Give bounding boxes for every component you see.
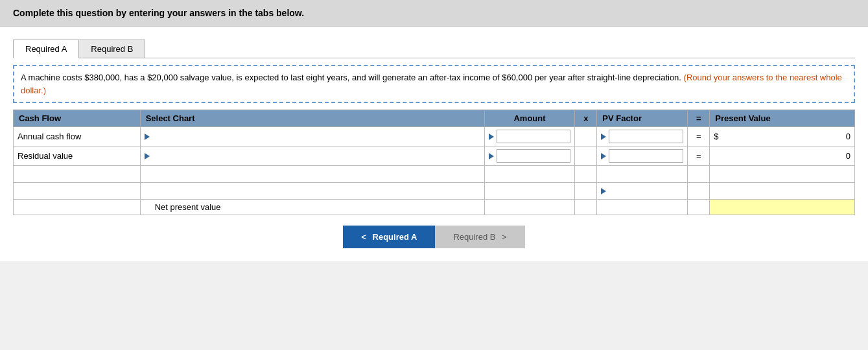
col-header-selectchart: Select Chart [140,110,484,127]
amount-cell-residual [484,146,575,166]
chevron-left-icon: < [361,232,366,242]
selectchart-empty-1 [140,166,484,183]
amount-cell-annual [484,127,575,146]
table-row-empty-2 [14,183,855,200]
data-table: Cash Flow Select Chart Amount x PV Facto… [13,110,855,215]
col-header-presentvalue: Present Value [710,110,855,127]
eq-cell-residual: = [688,146,710,166]
x-empty-2 [575,183,597,200]
cashflow-empty-1 [14,166,141,183]
table-row-npv: Net present value [14,200,855,215]
dropdown-arrow-annual-amount [489,134,494,140]
cashflow-empty-2 [14,183,141,200]
presentvalue-npv [710,200,855,215]
dropdown-arrow-annual-pv [601,134,606,140]
selectchart-empty-2 [140,183,484,200]
chevron-right-icon: > [502,232,507,242]
table-row-empty-1 [14,166,855,183]
cashflow-label-residual: Residual value [14,146,141,166]
btn-required-b[interactable]: Required B > [435,226,524,248]
presentvalue-input-npv[interactable] [714,202,850,212]
bottom-nav: < Required A Required B > [13,226,855,248]
cashflow-label-annual: Annual cash flow [14,127,141,146]
dollar-sign-annual: $ [714,132,718,141]
description-normal: A machine costs $380,000, has a $20,000 … [21,73,681,82]
page-wrapper: Complete this question by entering your … [0,0,868,261]
tabs-container: Required A Required B [13,33,855,58]
pvfactor-cell-annual [597,127,688,146]
cashflow-npv [14,200,141,215]
eq-empty-1 [688,166,710,183]
x-cell-residual [575,146,597,166]
eq-cell-annual: = [688,127,710,146]
pvfactor-npv [597,200,688,215]
dropdown-arrow-annual-chart [145,134,150,140]
btn-required-a-label: Required A [373,232,417,242]
table-row: Annual cash flow [14,127,855,146]
eq-npv [688,200,710,215]
presentvalue-input-annual[interactable] [720,132,850,141]
pvfactor-input-residual[interactable] [609,149,683,163]
col-header-x: x [575,110,597,127]
pvfactor-cell-residual [597,146,688,166]
description-box: A machine costs $380,000, has a $20,000 … [13,65,855,103]
tab-required-b[interactable]: Required B [78,40,145,58]
x-empty-1 [575,166,597,183]
x-cell-annual [575,127,597,146]
amount-empty-1 [484,166,575,183]
presentvalue-input-residual[interactable] [714,151,850,161]
select-chart-input-annual[interactable] [152,130,480,143]
header-instruction: Complete this question by entering your … [13,8,304,18]
tab-required-a[interactable]: Required A [13,40,79,58]
header-bar: Complete this question by entering your … [0,0,868,27]
presentvalue-input-empty-2[interactable] [714,186,850,196]
col-header-eq: = [688,110,710,127]
table-header-row: Cash Flow Select Chart Amount x PV Facto… [14,110,855,127]
selectchart-npv: Net present value [140,200,484,215]
npv-label: Net present value [145,202,221,212]
eq-empty-2 [688,183,710,200]
select-chart-input-residual[interactable] [152,150,480,162]
amount-input-residual[interactable] [497,149,571,163]
pvfactor-empty-1 [597,166,688,183]
dropdown-arrow-residual-pv [601,153,606,159]
amount-empty-2 [484,183,575,200]
btn-required-a[interactable]: < Required A [343,226,435,248]
col-header-cashflow: Cash Flow [14,110,141,127]
selectchart-cell-residual [140,146,484,166]
x-npv [575,200,597,215]
col-header-amount: Amount [484,110,575,127]
dropdown-arrow-residual-chart [145,153,150,159]
pvfactor-empty-2 [597,183,688,200]
table-row: Residual value [14,146,855,166]
main-content: Required A Required B A machine costs $3… [0,27,868,261]
presentvalue-cell-residual [710,146,855,166]
presentvalue-cell-annual: $ [710,127,855,146]
amount-npv [484,200,575,215]
pvfactor-input-annual[interactable] [609,130,683,143]
pv-empty-2 [710,183,855,200]
btn-required-b-label: Required B [453,232,495,242]
amount-input-annual[interactable] [497,130,571,143]
dropdown-arrow-residual-amount [489,153,494,159]
pv-empty-1 [710,166,855,183]
selectchart-cell-annual [140,127,484,146]
dropdown-arrow-empty-2-pv [601,188,606,194]
col-header-pvfactor: PV Factor [597,110,688,127]
